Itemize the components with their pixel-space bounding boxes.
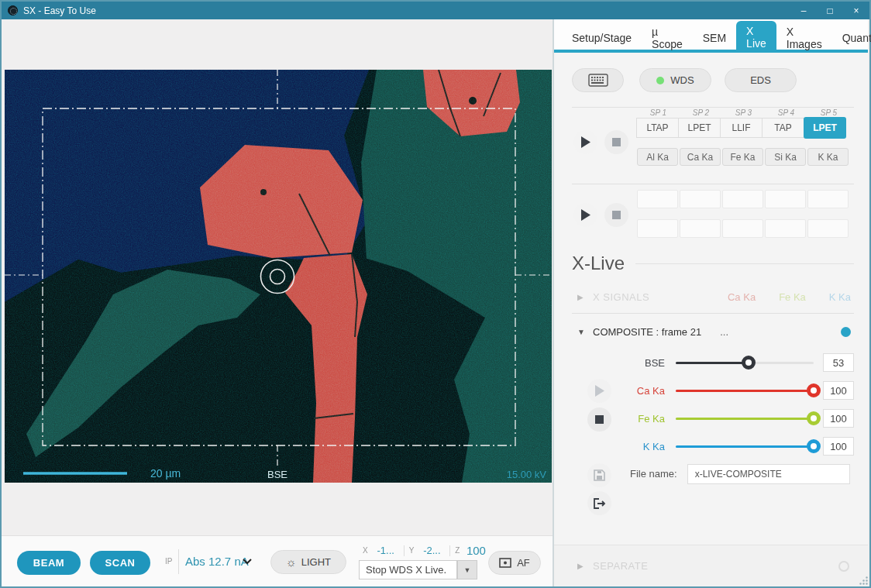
expand-arrow-icon[interactable]: ▶ <box>577 562 587 570</box>
play-icon <box>580 136 590 148</box>
maximize-button[interactable]: □ <box>817 2 843 19</box>
crystal-row: LTAP LPET LLIF TAP LPET <box>637 118 846 139</box>
fe-value[interactable]: 100 <box>823 409 854 428</box>
composite-more-button[interactable]: ... <box>720 326 728 338</box>
queue-cell[interactable] <box>807 219 849 238</box>
sp4-header: SP 4 <box>765 108 807 118</box>
x-signals-section[interactable]: ▶ X SIGNALS Ca Ka Fe Ka K Ka <box>554 288 868 305</box>
element-si-ka[interactable]: Si Ka <box>765 148 806 166</box>
map-panel: 20 µm BSE 15.00 kV BEAM SCAN IP Abs 12.7… <box>2 19 554 586</box>
tab-microscope[interactable]: µ Scope <box>642 22 693 53</box>
fe-slider[interactable] <box>676 411 814 425</box>
element-k-ka[interactable]: K Ka <box>807 148 849 166</box>
autofocus-label: AF <box>517 557 530 569</box>
eds-mode-button[interactable]: EDS <box>725 68 797 92</box>
z-coord-label: Z <box>455 546 460 555</box>
queue-cell[interactable] <box>807 190 849 208</box>
close-button[interactable]: × <box>843 2 869 19</box>
z-coord-value[interactable]: 100 <box>464 544 487 557</box>
wds-stop-button[interactable] <box>604 130 628 154</box>
collapse-arrow-icon[interactable]: ▼ <box>577 328 587 336</box>
queue-cell[interactable] <box>722 190 763 208</box>
export-button[interactable] <box>587 491 611 515</box>
slider-track[interactable] <box>676 390 814 392</box>
wds-status-select[interactable]: Stop WDS X Live. <box>359 560 457 579</box>
divider <box>572 313 854 314</box>
stop-icon <box>612 211 621 219</box>
divider <box>572 184 854 184</box>
wds-mode-button[interactable]: WDS <box>639 68 711 92</box>
light-button[interactable]: ☼ LIGHT <box>270 550 346 574</box>
light-button-label: LIGHT <box>301 556 331 568</box>
queue-cell[interactable] <box>722 219 763 238</box>
scan-button[interactable]: SCAN <box>90 551 150 575</box>
separate-status-dot <box>838 561 849 572</box>
signal-ca-ka: Ca Ka <box>728 291 756 303</box>
queue-cell[interactable] <box>765 190 806 208</box>
x-coord-value[interactable]: -1... <box>373 545 399 556</box>
element-al-ka[interactable]: Al Ka <box>637 148 678 166</box>
chevron-down-icon[interactable] <box>243 559 252 565</box>
tab-quanti[interactable]: Quanti <box>832 22 871 53</box>
periodic-table-button[interactable] <box>572 68 624 92</box>
slider-thumb[interactable] <box>742 356 756 370</box>
minimize-button[interactable]: – <box>790 2 817 19</box>
slider-track[interactable] <box>676 445 814 448</box>
autofocus-icon <box>499 558 511 568</box>
fe-slider-label: Fe Ka <box>622 413 665 425</box>
slider-thumb[interactable] <box>807 411 821 425</box>
live-composite-image[interactable]: 20 µm BSE 15.00 kV <box>5 70 552 483</box>
ca-value[interactable]: 100 <box>823 381 854 400</box>
queue-cell[interactable] <box>680 190 721 208</box>
queue-play-button[interactable] <box>573 203 597 227</box>
autofocus-button[interactable]: AF <box>488 551 541 575</box>
ca-slider[interactable] <box>676 383 814 397</box>
tab-x-images[interactable]: X Images <box>776 22 832 53</box>
divider <box>635 263 854 264</box>
x-live-panel: WDS EDS SP 1 SP 2 SP 3 <box>554 53 868 545</box>
resize-grip[interactable] <box>859 576 869 586</box>
beam-button[interactable]: BEAM <box>17 551 81 575</box>
queue-cell[interactable] <box>765 219 806 238</box>
composite-label: COMPOSITE : frame 21 <box>593 326 701 338</box>
bse-slider[interactable] <box>676 356 814 370</box>
slider-track[interactable] <box>676 418 814 420</box>
wds-play-button[interactable] <box>573 130 597 154</box>
element-fe-ka[interactable]: Fe Ka <box>722 148 763 166</box>
y-coord-value[interactable]: -2... <box>418 545 445 556</box>
queue-stop-button[interactable] <box>604 203 628 227</box>
separate-section[interactable]: ▶ SEPARATE <box>554 545 868 586</box>
composite-section-header[interactable]: ▼ COMPOSITE : frame 21 ... <box>554 323 868 340</box>
element-ca-ka[interactable]: Ca Ka <box>680 148 721 166</box>
file-name-input[interactable] <box>687 464 850 484</box>
x-coord-label: X <box>363 546 368 555</box>
titlebar: SX - Easy To Use – □ × <box>2 2 869 19</box>
slider-thumb[interactable] <box>807 439 821 453</box>
y-coord-label: Y <box>409 546 415 555</box>
crystal-sp2[interactable]: LPET <box>678 118 721 138</box>
tab-x-live[interactable]: X Live <box>736 21 776 53</box>
slider-thumb[interactable] <box>807 383 821 397</box>
crystal-sp4[interactable]: TAP <box>762 118 804 138</box>
queue-cell[interactable] <box>680 219 721 238</box>
queue-cell[interactable] <box>637 190 678 208</box>
k-value[interactable]: 100 <box>823 437 854 456</box>
crystal-sp5[interactable]: LPET <box>804 117 846 139</box>
status-dropdown-button[interactable]: ▼ <box>457 560 477 579</box>
k-slider-row: K Ka 100 <box>554 436 868 456</box>
crystal-sp3[interactable]: LLIF <box>720 118 763 138</box>
queue-cell[interactable] <box>637 219 678 238</box>
k-slider[interactable] <box>676 439 814 453</box>
stop-icon <box>612 138 621 146</box>
expand-arrow-icon[interactable]: ▶ <box>577 293 587 301</box>
signal-k-ka: K Ka <box>829 291 851 303</box>
tab-sem[interactable]: SEM <box>693 22 736 53</box>
keyboard-icon <box>588 74 608 87</box>
composite-map-svg: 20 µm BSE 15.00 kV <box>5 70 552 483</box>
divider <box>449 545 450 556</box>
tab-setup-stage[interactable]: Setup/Stage <box>562 22 642 53</box>
crystal-sp1[interactable]: LTAP <box>636 118 679 138</box>
bse-value[interactable]: 53 <box>823 353 854 372</box>
beam-current-value[interactable]: Abs 12.7 nA <box>185 555 249 568</box>
eds-label: EDS <box>750 74 771 86</box>
